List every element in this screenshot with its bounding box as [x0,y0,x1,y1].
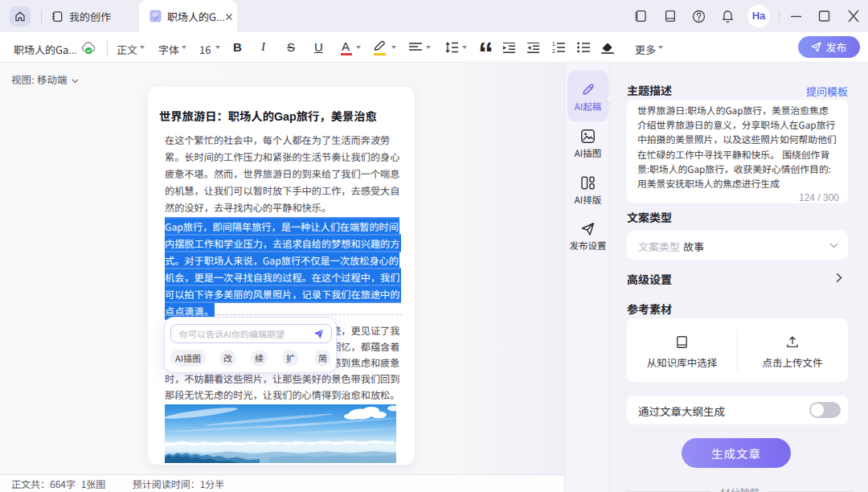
svg-text:2.: 2. [552,48,557,53]
svg-text:1.: 1. [552,42,557,47]
